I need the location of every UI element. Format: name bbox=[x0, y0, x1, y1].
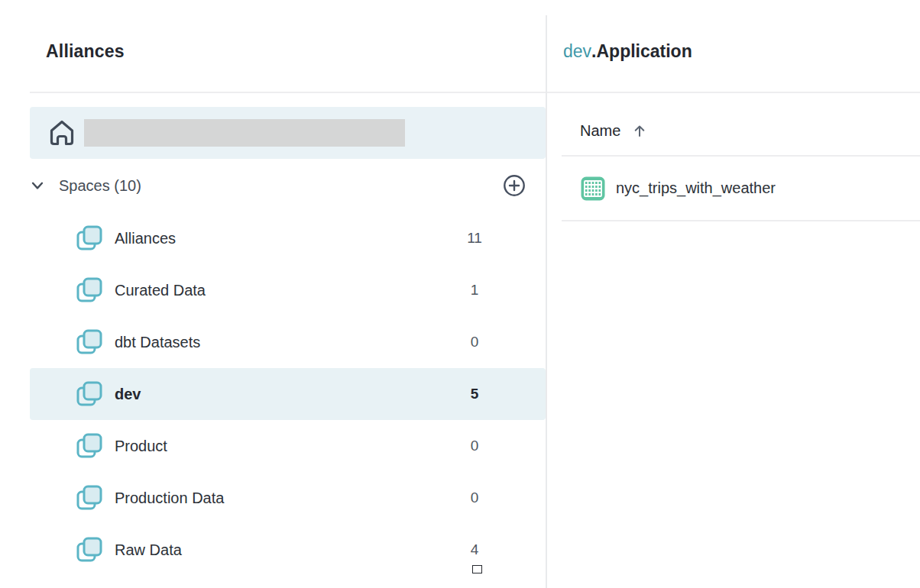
space-name: Production Data bbox=[115, 489, 224, 507]
spaces-section-label: Spaces (10) bbox=[59, 177, 141, 195]
space-name: Raw Data bbox=[115, 541, 182, 559]
cursor-artifact-square bbox=[472, 565, 482, 573]
space-row-dev[interactable]: dev 5 bbox=[30, 368, 546, 420]
space-icon bbox=[76, 537, 102, 563]
space-row-raw-data[interactable]: Raw Data 4 bbox=[30, 524, 546, 576]
space-count: 0 bbox=[452, 489, 497, 506]
left-panel-divider bbox=[30, 92, 546, 93]
redacted-home-label bbox=[84, 119, 405, 147]
spaces-sidebar: Alliances Spaces (10) bbox=[0, 0, 546, 588]
dataset-table-icon bbox=[580, 176, 606, 202]
space-icon bbox=[76, 225, 102, 251]
breadcrumb-entity: Application bbox=[596, 41, 692, 61]
space-name: Product bbox=[115, 438, 167, 455]
chevron-down-icon[interactable] bbox=[30, 178, 45, 193]
space-count: 4 bbox=[452, 541, 497, 558]
space-count: 0 bbox=[452, 438, 497, 454]
app-window: Alliances Spaces (10) bbox=[0, 0, 920, 588]
space-name: Curated Data bbox=[115, 282, 206, 299]
name-column-header[interactable]: Name bbox=[580, 107, 647, 154]
home-icon bbox=[47, 118, 77, 148]
home-row[interactable] bbox=[30, 107, 546, 159]
table-row-divider bbox=[562, 220, 920, 221]
space-count: 1 bbox=[452, 282, 497, 299]
space-icon bbox=[76, 433, 102, 459]
space-name: dev bbox=[115, 386, 141, 403]
name-column-label: Name bbox=[580, 122, 620, 140]
space-name: Alliances bbox=[115, 230, 176, 247]
dataset-row-nyc-trips-with-weather[interactable]: nyc_trips_with_weather bbox=[580, 157, 909, 220]
space-row-curated-data[interactable]: Curated Data 1 bbox=[30, 264, 546, 316]
space-list: Alliances 11 Curated Data 1 dbt Datasets bbox=[30, 212, 546, 576]
space-icon bbox=[76, 381, 102, 407]
space-icon bbox=[76, 277, 102, 303]
space-row-alliances[interactable]: Alliances 11 bbox=[30, 212, 546, 264]
space-row-product[interactable]: Product 0 bbox=[30, 420, 546, 472]
space-count: 5 bbox=[452, 386, 497, 402]
space-name: dbt Datasets bbox=[115, 334, 200, 351]
space-count: 0 bbox=[452, 334, 497, 351]
dataset-name: nyc_trips_with_weather bbox=[616, 179, 776, 197]
dataset-browser-panel: dev.Application Name nyc_trips_with_weat… bbox=[547, 0, 920, 588]
breadcrumb-space-link[interactable]: dev bbox=[563, 41, 591, 61]
add-space-button[interactable] bbox=[503, 174, 526, 197]
left-panel-title: Alliances bbox=[46, 41, 125, 62]
space-row-dbt-datasets[interactable]: dbt Datasets 0 bbox=[30, 316, 546, 368]
breadcrumb: dev.Application bbox=[563, 41, 692, 62]
space-row-production-data[interactable]: Production Data 0 bbox=[30, 472, 546, 524]
spaces-section-header[interactable]: Spaces (10) bbox=[30, 160, 546, 212]
plus-circle-icon bbox=[503, 174, 526, 197]
sort-ascending-icon bbox=[632, 123, 647, 138]
space-icon bbox=[76, 329, 102, 355]
space-icon bbox=[76, 485, 102, 511]
right-panel-divider bbox=[547, 92, 920, 93]
space-count: 11 bbox=[452, 230, 497, 247]
